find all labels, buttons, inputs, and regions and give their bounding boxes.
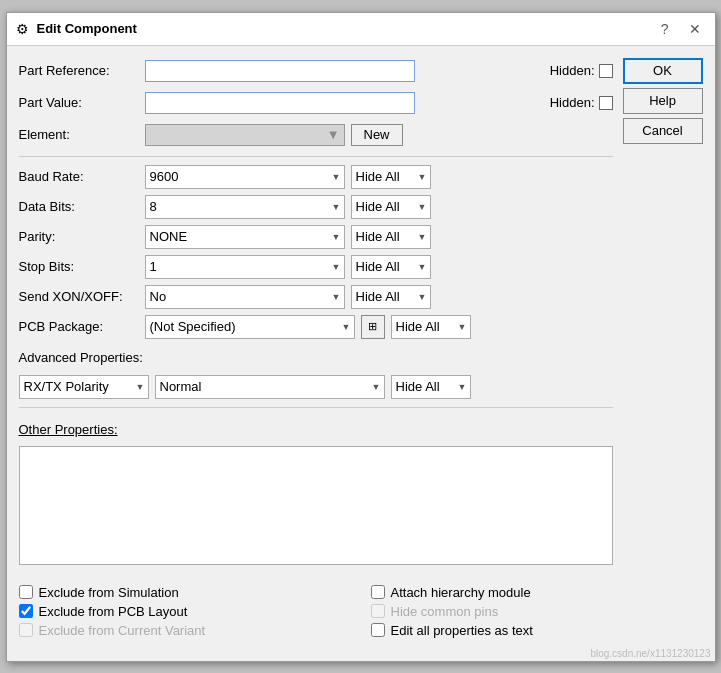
xon-xoff-hide-wrapper: Hide AllShow All — [351, 285, 431, 309]
advanced-label-row: Advanced Properties: — [19, 345, 613, 369]
baud-rate-select-wrapper: 9600120024004800192003840057600115200 — [145, 165, 345, 189]
dialog-title: Edit Component — [37, 21, 655, 36]
bottom-left: Exclude from Simulation Exclude from PCB… — [19, 585, 351, 638]
data-bits-select[interactable]: 8765 — [145, 195, 345, 219]
pcb-browse-button[interactable]: ⊞ — [361, 315, 385, 339]
stop-bits-select-wrapper: 11.52 — [145, 255, 345, 279]
pcb-package-label: PCB Package: — [19, 319, 139, 334]
part-reference-hidden-group: Hidden: — [550, 63, 613, 78]
parity-select-wrapper: NONEODDEVENMARKSPACE — [145, 225, 345, 249]
exclude-pcb-checkbox[interactable] — [19, 604, 33, 618]
pcb-package-row: PCB Package: (Not Specified) ⊞ Hide AllS… — [19, 315, 613, 339]
bottom-right: Attach hierarchy module Hide common pins… — [371, 585, 703, 638]
exclude-simulation-row: Exclude from Simulation — [19, 585, 351, 600]
stop-bits-select[interactable]: 11.52 — [145, 255, 345, 279]
element-label: Element: — [19, 127, 139, 142]
advanced-prop2-select[interactable]: NormalInverted — [155, 375, 385, 399]
part-reference-hidden-checkbox[interactable] — [599, 64, 613, 78]
bottom-area: Exclude from Simulation Exclude from PCB… — [7, 577, 715, 648]
hidden-label-1: Hidden: — [550, 63, 595, 78]
hide-common-label: Hide common pins — [391, 604, 499, 619]
dialog-icon: ⚙ — [15, 21, 31, 37]
data-bits-hide-wrapper: Hide AllShow All — [351, 195, 431, 219]
ok-button[interactable]: OK — [623, 58, 703, 84]
part-reference-row: Part Reference: Hidden: — [19, 58, 613, 84]
advanced-hide-select[interactable]: Hide AllShow All — [391, 375, 471, 399]
other-props-label: Other Properties: — [19, 422, 118, 437]
stop-bits-row: Stop Bits: 11.52 Hide AllShow All — [19, 255, 613, 279]
exclude-pcb-label: Exclude from PCB Layout — [39, 604, 188, 619]
exclude-variant-checkbox[interactable] — [19, 623, 33, 637]
xon-xoff-select[interactable]: NoYes — [145, 285, 345, 309]
data-bits-row: Data Bits: 8765 Hide AllShow All — [19, 195, 613, 219]
pcb-package-select-wrapper: (Not Specified) — [145, 315, 355, 339]
pcb-package-select[interactable]: (Not Specified) — [145, 315, 355, 339]
exclude-simulation-label: Exclude from Simulation — [39, 585, 179, 600]
hide-common-row: Hide common pins — [371, 604, 703, 619]
attach-hierarchy-label: Attach hierarchy module — [391, 585, 531, 600]
element-dropdown-arrow: ▼ — [327, 127, 340, 142]
advanced-hide-wrapper: Hide AllShow All — [391, 375, 471, 399]
data-bits-hide-select[interactable]: Hide AllShow All — [351, 195, 431, 219]
part-reference-label: Part Reference: — [19, 63, 139, 78]
stop-bits-hide-wrapper: Hide AllShow All — [351, 255, 431, 279]
baud-rate-hide-select[interactable]: Hide AllShow All — [351, 165, 431, 189]
edit-all-checkbox[interactable] — [371, 623, 385, 637]
part-value-hidden-checkbox[interactable] — [599, 96, 613, 110]
other-props-textarea[interactable] — [19, 446, 613, 565]
baud-rate-select[interactable]: 9600120024004800192003840057600115200 — [145, 165, 345, 189]
exclude-pcb-row: Exclude from PCB Layout — [19, 604, 351, 619]
part-value-hidden-group: Hidden: — [550, 95, 613, 110]
part-value-input[interactable] — [145, 92, 415, 114]
cancel-button[interactable]: Cancel — [623, 118, 703, 144]
data-bits-select-wrapper: 8765 — [145, 195, 345, 219]
data-bits-label: Data Bits: — [19, 199, 139, 214]
title-buttons: ? ✕ — [655, 19, 707, 39]
part-value-row: Part Value: Hidden: — [19, 90, 613, 116]
edit-all-row: Edit all properties as text — [371, 623, 703, 638]
help-title-button[interactable]: ? — [655, 19, 675, 39]
xon-xoff-hide-select[interactable]: Hide AllShow All — [351, 285, 431, 309]
hidden-label-2: Hidden: — [550, 95, 595, 110]
watermark: blog.csdn.ne/x1131230123 — [7, 648, 715, 661]
xon-xoff-label: Send XON/XOFF: — [19, 289, 139, 304]
attach-hierarchy-row: Attach hierarchy module — [371, 585, 703, 600]
edit-component-dialog: ⚙ Edit Component ? ✕ Part Reference: Hid… — [6, 12, 716, 662]
baud-rate-row: Baud Rate: 96001200240048001920038400576… — [19, 165, 613, 189]
stop-bits-label: Stop Bits: — [19, 259, 139, 274]
part-reference-input[interactable] — [145, 60, 415, 82]
part-value-label: Part Value: — [19, 95, 139, 110]
close-title-button[interactable]: ✕ — [683, 19, 707, 39]
parity-label: Parity: — [19, 229, 139, 244]
advanced-row: RX/TX Polarity NormalInverted Hide AllSh… — [19, 375, 613, 399]
baud-rate-label: Baud Rate: — [19, 169, 139, 184]
dialog-body: Part Reference: Hidden: Part Value: Hidd… — [7, 46, 715, 577]
element-dropdown[interactable]: ▼ — [145, 124, 345, 146]
xon-xoff-select-wrapper: NoYes — [145, 285, 345, 309]
parity-row: Parity: NONEODDEVENMARKSPACE Hide AllSho… — [19, 225, 613, 249]
exclude-variant-row: Exclude from Current Variant — [19, 623, 351, 638]
parity-hide-select[interactable]: Hide AllShow All — [351, 225, 431, 249]
element-row: Element: ▼ New — [19, 122, 613, 148]
stop-bits-hide-select[interactable]: Hide AllShow All — [351, 255, 431, 279]
xon-xoff-row: Send XON/XOFF: NoYes Hide AllShow All — [19, 285, 613, 309]
title-bar: ⚙ Edit Component ? ✕ — [7, 13, 715, 46]
help-button[interactable]: Help — [623, 88, 703, 114]
new-button[interactable]: New — [351, 124, 403, 146]
exclude-variant-label: Exclude from Current Variant — [39, 623, 206, 638]
edit-all-label: Edit all properties as text — [391, 623, 533, 638]
exclude-simulation-checkbox[interactable] — [19, 585, 33, 599]
advanced-section-label: Advanced Properties: — [19, 350, 143, 365]
divider-2 — [19, 407, 613, 408]
main-content: Part Reference: Hidden: Part Value: Hidd… — [19, 58, 613, 565]
parity-hide-wrapper: Hide AllShow All — [351, 225, 431, 249]
attach-hierarchy-checkbox[interactable] — [371, 585, 385, 599]
advanced-prop1-wrapper: RX/TX Polarity — [19, 375, 149, 399]
baud-rate-hide-wrapper: Hide AllShow All — [351, 165, 431, 189]
hide-common-checkbox[interactable] — [371, 604, 385, 618]
divider-1 — [19, 156, 613, 157]
pcb-hide-select[interactable]: Hide AllShow All — [391, 315, 471, 339]
advanced-prop1-select[interactable]: RX/TX Polarity — [19, 375, 149, 399]
advanced-prop2-wrapper: NormalInverted — [155, 375, 385, 399]
parity-select[interactable]: NONEODDEVENMARKSPACE — [145, 225, 345, 249]
